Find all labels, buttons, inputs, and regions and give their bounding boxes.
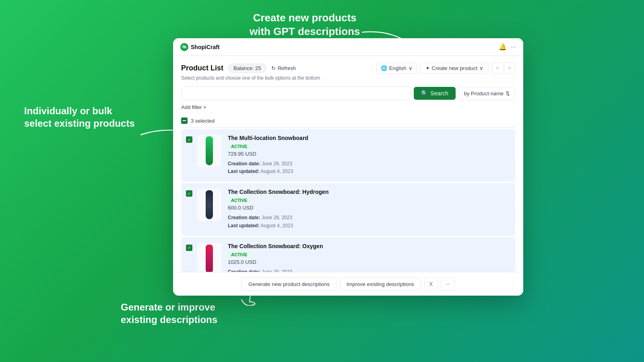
brand-icon: 🛍 (180, 43, 188, 51)
product-item: ✓ The Collection Snowboard: Hydrogen ACT… (181, 183, 515, 235)
product-meta-3: Creation date: June 29, 2023 Last update… (228, 268, 510, 272)
nav-prev-button[interactable]: < (492, 62, 503, 74)
title-bar: 🛍 ShopiCraft 🔔 ··· (173, 38, 523, 56)
search-row: 🔍 Search by Product name ⇅ (181, 86, 515, 100)
balance-badge: Balance: 25 (228, 64, 266, 73)
product-image-2 (197, 189, 221, 221)
annotation-top: Create new products with GPT description… (250, 11, 360, 39)
product-list: ✓ The Multi-location Snowboard ACTIVE 72… (181, 129, 515, 272)
refresh-button[interactable]: ↻ Refresh (271, 65, 296, 71)
check-icon: ✓ (188, 191, 191, 196)
search-icon: 🔍 (421, 90, 428, 97)
close-button[interactable]: X (424, 277, 438, 291)
brand: 🛍 ShopiCraft (180, 43, 220, 51)
add-filter-button[interactable]: Add filter + (181, 104, 206, 110)
language-icon: 🌐 (381, 65, 387, 71)
create-product-button[interactable]: ✦ Create new product ∨ (420, 63, 489, 74)
generate-descriptions-button[interactable]: Generate new product descriptions (242, 278, 336, 291)
create-icon: ✦ (425, 65, 430, 71)
product-checkbox-2[interactable]: ✓ (186, 190, 192, 197)
product-info-2: The Collection Snowboard: Hydrogen ACTIV… (228, 189, 510, 229)
language-button[interactable]: 🌐 English ∨ (376, 63, 417, 74)
annotation-left: Individually or bulk select existing pro… (24, 105, 135, 130)
indeterminate-indicator (183, 120, 186, 121)
header-right: 🌐 English ∨ ✦ Create new product ∨ < > (376, 62, 515, 74)
refresh-icon: ↻ (271, 65, 276, 71)
title-bar-actions: 🔔 ··· (499, 43, 516, 51)
product-status-2: ACTIVE (228, 197, 250, 203)
check-icon: ✓ (188, 245, 191, 250)
content-area: Product List Balance: 25 ↻ Refresh 🌐 Eng… (173, 56, 523, 272)
product-meta-2: Creation date: June 29, 2023 Last update… (228, 214, 510, 229)
selected-row: 3 selected (181, 114, 515, 128)
annotation-bottom: Generate or improve existing description… (121, 301, 217, 326)
snowboard-visual-3 (206, 245, 213, 272)
product-image-3 (197, 243, 221, 272)
product-name-1: The Multi-location Snowboard (228, 135, 510, 141)
product-meta-1: Creation date: June 29, 2023 Last update… (228, 160, 510, 175)
bottom-bar: Generate new product descriptions Improv… (173, 272, 523, 296)
chevron-down-icon: ∨ (479, 65, 483, 71)
check-icon: ✓ (188, 138, 191, 142)
page-subtitle: Select products and choose one of the bu… (181, 75, 515, 81)
filter-row: Add filter + (181, 104, 515, 110)
more-actions-button[interactable]: ··· (441, 277, 455, 291)
search-input[interactable] (181, 86, 411, 100)
product-price-3: 1025.0 USD (228, 259, 510, 265)
select-all-checkbox[interactable] (181, 117, 188, 124)
snowboard-visual-1 (206, 136, 213, 165)
more-icon[interactable]: ··· (511, 43, 516, 51)
product-status-1: ACTIVE (228, 144, 250, 149)
product-checkbox-3[interactable]: ✓ (186, 245, 192, 251)
brand-name: ShopiCraft (191, 44, 220, 50)
page-header: Product List Balance: 25 ↻ Refresh 🌐 Eng… (181, 62, 515, 74)
app-window: 🛍 ShopiCraft 🔔 ··· Product List Balance:… (173, 38, 523, 296)
product-price-1: 729.95 USD (228, 151, 510, 157)
product-image-1 (197, 135, 221, 167)
nav-next-button[interactable]: > (504, 62, 515, 74)
product-item: ✓ The Collection Snowboard: Oxygen ACTIV… (181, 237, 515, 272)
notification-icon[interactable]: 🔔 (499, 43, 507, 51)
product-info-3: The Collection Snowboard: Oxygen ACTIVE … (228, 243, 510, 272)
improve-descriptions-button[interactable]: Improve existing descriptions (340, 278, 421, 291)
selected-count: 3 selected (191, 118, 215, 124)
chevron-down-icon: ∨ (409, 65, 413, 71)
product-status-3: ACTIVE (228, 252, 250, 257)
product-name-2: The Collection Snowboard: Hydrogen (228, 189, 510, 195)
snowboard-visual-2 (206, 190, 213, 219)
product-price-2: 600.0 USD (228, 205, 510, 211)
search-button[interactable]: 🔍 Search (414, 87, 455, 100)
sort-icon: ⇅ (506, 90, 510, 97)
page-title: Product List (181, 64, 223, 72)
product-checkbox-1[interactable]: ✓ (186, 136, 192, 143)
product-item: ✓ The Multi-location Snowboard ACTIVE 72… (181, 129, 515, 181)
nav-arrows: < > (492, 62, 515, 74)
product-name-3: The Collection Snowboard: Oxygen (228, 243, 510, 249)
product-info-1: The Multi-location Snowboard ACTIVE 729.… (228, 135, 510, 175)
sort-button[interactable]: by Product name ⇅ (459, 87, 515, 100)
